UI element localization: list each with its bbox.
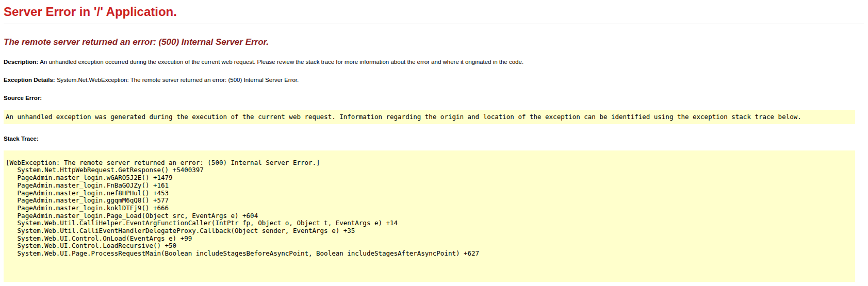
stack-trace-panel: [WebException: The remote server returne… [4,150,855,282]
title-divider [4,24,864,24]
source-error-heading: Source Error: [4,94,864,102]
error-page: Server Error in '/' Application. The rem… [0,0,868,286]
exception-details-row: Exception Details: System.Net.WebExcepti… [4,76,864,83]
source-error-text: An unhandled exception was generated dur… [4,110,855,124]
error-subtitle: The remote server returned an error: (50… [4,37,864,47]
description-label: Description: [4,59,40,65]
exception-details-label: Exception Details: [4,77,57,83]
stack-trace-heading: Stack Trace: [4,135,864,142]
exception-details-text: System.Net.WebException: The remote serv… [57,77,299,83]
source-error-panel: An unhandled exception was generated dur… [4,110,855,124]
page-title: Server Error in '/' Application. [4,4,864,20]
description-row: Description: An unhandled exception occu… [4,58,864,65]
stack-trace-text: [WebException: The remote server returne… [4,150,855,282]
description-text: An unhandled exception occurred during t… [40,59,523,65]
